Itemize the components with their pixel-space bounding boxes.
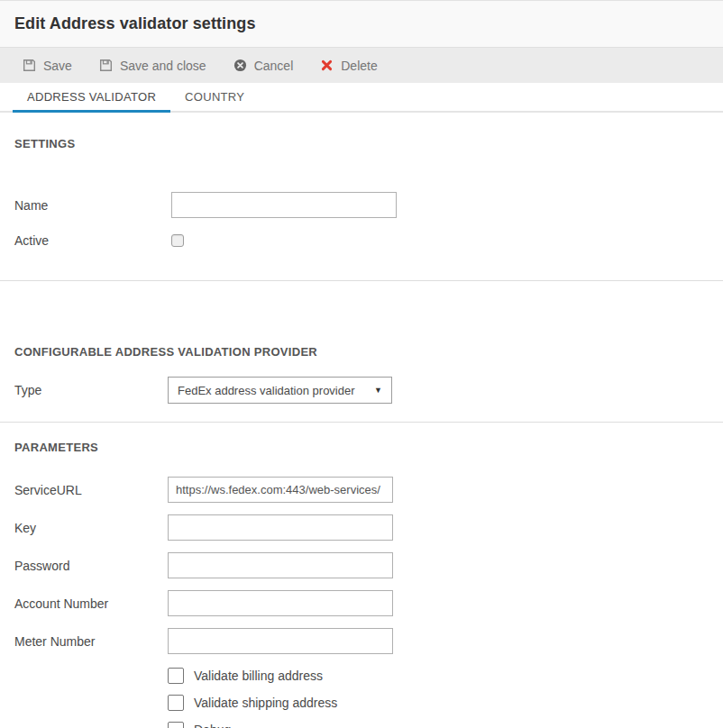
type-field-label: Type [14, 383, 168, 397]
active-field-row: Active [14, 232, 709, 250]
save-and-close-button[interactable]: Save and close [86, 48, 220, 83]
validate-shipping-checkbox[interactable] [168, 695, 184, 711]
page-title: Edit Address validator settings [14, 14, 256, 33]
type-field-row: Type FedEx address validation provider ▼ [14, 377, 709, 404]
validate-shipping-label: Validate shipping address [194, 696, 337, 710]
cancel-button[interactable]: Cancel [220, 48, 307, 83]
parameters-section: PARAMETERS ServiceURL Key Password Accou… [0, 441, 723, 728]
active-checkbox[interactable] [171, 234, 184, 247]
debug-label: Debug [194, 723, 231, 728]
meter-number-field-label: Meter Number [14, 634, 168, 649]
key-field-label: Key [14, 521, 168, 535]
cancel-circle-x-icon [233, 59, 247, 72]
validate-billing-label: Validate billing address [194, 669, 323, 683]
tab-country-label: COUNTRY [185, 90, 244, 104]
settings-section-heading: SETTINGS [14, 137, 709, 150]
toolbar: Save Save and close Cancel Delete [0, 48, 723, 83]
tab-bar: ADDRESS VALIDATOR COUNTRY [0, 83, 723, 113]
settings-section: SETTINGS Name Active [0, 137, 723, 250]
form-content: SETTINGS Name Active CONFIGURABLE ADDRES… [0, 137, 723, 728]
debug-checkbox[interactable] [168, 722, 184, 728]
password-field-label: Password [14, 559, 168, 573]
delete-button-label: Delete [341, 59, 377, 73]
provider-type-select[interactable]: FedEx address validation provider ▼ [168, 377, 392, 404]
save-button-label: Save [43, 59, 72, 73]
key-field-row: Key [14, 514, 709, 541]
dropdown-caret-icon: ▼ [374, 386, 382, 395]
account-number-field-label: Account Number [14, 596, 168, 611]
delete-button[interactable]: Delete [307, 48, 390, 83]
serviceurl-field-row: ServiceURL [14, 477, 709, 503]
validate-billing-row: Validate billing address [168, 668, 709, 684]
section-divider [0, 422, 723, 423]
password-input[interactable] [168, 552, 393, 578]
name-field-label: Name [14, 198, 168, 213]
meter-number-field-row: Meter Number [14, 628, 709, 654]
serviceurl-field-label: ServiceURL [14, 483, 168, 497]
serviceurl-input[interactable] [168, 477, 393, 503]
account-number-input[interactable] [168, 590, 393, 616]
parameters-section-heading: PARAMETERS [14, 441, 709, 454]
validate-shipping-row: Validate shipping address [168, 695, 709, 711]
provider-section-heading: CONFIGURABLE ADDRESS VALIDATION PROVIDER [14, 345, 709, 359]
provider-section: CONFIGURABLE ADDRESS VALIDATION PROVIDER… [0, 345, 723, 404]
section-divider [0, 280, 723, 281]
cancel-button-label: Cancel [254, 59, 294, 73]
name-input[interactable] [171, 192, 397, 218]
account-number-field-row: Account Number [14, 590, 709, 616]
tab-address-validator[interactable]: ADDRESS VALIDATOR [13, 83, 170, 111]
tab-address-validator-label: ADDRESS VALIDATOR [27, 90, 156, 104]
tab-country[interactable]: COUNTRY [170, 83, 259, 111]
save-floppy-icon [99, 59, 113, 72]
debug-row: Debug [168, 722, 709, 728]
delete-x-icon [320, 59, 334, 72]
title-bar: Edit Address validator settings [0, 0, 723, 48]
key-input[interactable] [168, 514, 393, 541]
provider-type-selected-value: FedEx address validation provider [178, 384, 355, 397]
meter-number-input[interactable] [168, 628, 393, 654]
save-and-close-button-label: Save and close [120, 59, 206, 73]
password-field-row: Password [14, 552, 709, 578]
active-field-label: Active [14, 233, 168, 248]
validate-billing-checkbox[interactable] [168, 668, 184, 684]
save-floppy-icon [23, 59, 36, 72]
save-button[interactable]: Save [9, 48, 86, 83]
name-field-row: Name [14, 192, 709, 218]
